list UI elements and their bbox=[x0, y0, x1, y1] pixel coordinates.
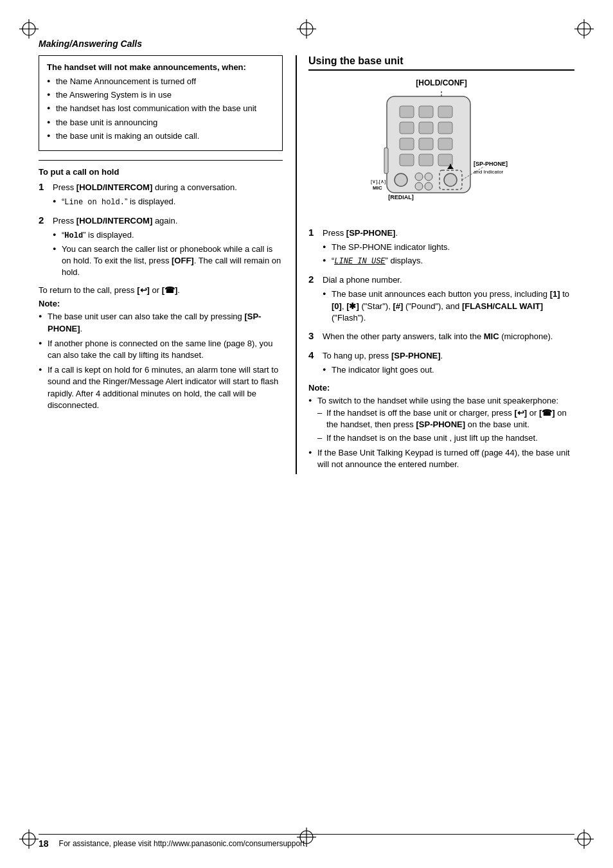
svg-text:[∨],[∧]: [∨],[∧] bbox=[371, 179, 386, 184]
base-step-1-num: 1 bbox=[308, 227, 323, 238]
base-step-4-text: To hang up, press [SP-PHONE]. bbox=[323, 350, 574, 362]
hold-note-label: Note: bbox=[39, 299, 283, 308]
announcement-item-4: the base unit is announcing bbox=[47, 117, 274, 128]
hold-step-2: 2 Press [HOLD/INTERCOM] again. “Hold” is… bbox=[39, 215, 283, 281]
left-column: The handset will not make announcements,… bbox=[39, 55, 283, 474]
hold-note-2: If another phone is connected on the sam… bbox=[39, 338, 283, 361]
svg-point-35 bbox=[444, 173, 457, 186]
announcement-item-1: the Name Announcement is turned off bbox=[47, 76, 274, 87]
announcement-item-3: the handset has lost communication with … bbox=[47, 103, 274, 114]
hold-step-1-content: Press [HOLD/INTERCOM] during a conversat… bbox=[53, 182, 283, 210]
hold-section-title: To put a call on hold bbox=[39, 167, 283, 177]
base-step-4: 4 To hang up, press [SP-PHONE]. The indi… bbox=[308, 350, 574, 378]
hold-step-2-content: Press [HOLD/INTERCOM] again. “Hold” is d… bbox=[53, 215, 283, 281]
base-step-3-text: When the other party answers, talk into … bbox=[323, 331, 574, 342]
page-number: 18 bbox=[39, 838, 49, 849]
hold-step-1: 1 Press [HOLD/INTERCOM] during a convers… bbox=[39, 182, 283, 210]
base-step-4-sub-1: The indicator light goes out. bbox=[332, 364, 574, 376]
svg-text:MIC: MIC bbox=[373, 185, 382, 191]
svg-rect-27 bbox=[419, 154, 433, 166]
hold-notes: The base unit user can also take the cal… bbox=[39, 311, 283, 411]
svg-rect-39 bbox=[384, 148, 388, 173]
divider-1 bbox=[39, 160, 283, 161]
base-note-1-dash-2: If the handset is on the base unit , jus… bbox=[317, 432, 574, 444]
base-step-2-text: Dial a phone number. bbox=[323, 274, 574, 286]
svg-rect-18 bbox=[419, 106, 433, 118]
to-return-text: To return to the call, press [↩] or [☎]. bbox=[39, 285, 283, 295]
base-note-2: If the Base Unit Talking Keypad is turne… bbox=[308, 447, 574, 470]
hold-step-1-text: Press [HOLD/INTERCOM] during a conversat… bbox=[53, 182, 283, 193]
base-step-3-content: When the other party answers, talk into … bbox=[323, 331, 574, 345]
base-step-4-subs: The indicator light goes out. bbox=[323, 364, 574, 376]
base-note-1: To switch to the handset while using the… bbox=[308, 395, 574, 444]
base-step-4-num: 4 bbox=[308, 350, 323, 360]
hold-note-3: If a call is kept on hold for 6 minutes,… bbox=[39, 364, 283, 411]
announcement-box: The handset will not make announcements,… bbox=[39, 55, 283, 151]
svg-rect-26 bbox=[400, 154, 414, 166]
svg-point-30 bbox=[415, 173, 423, 181]
svg-text:[REDIAL]: [REDIAL] bbox=[388, 194, 414, 200]
announcement-list: the Name Announcement is turned off the … bbox=[47, 76, 274, 142]
svg-rect-24 bbox=[419, 138, 433, 150]
footer-text: For assistance, please visit http://www.… bbox=[59, 839, 305, 848]
base-step-1-content: Press [SP-PHONE]. The SP-PHONE indicator… bbox=[323, 227, 574, 269]
svg-rect-25 bbox=[438, 138, 452, 150]
hold-note-1: The base unit user can also take the cal… bbox=[39, 311, 283, 334]
svg-rect-19 bbox=[438, 106, 452, 118]
svg-rect-22 bbox=[438, 122, 452, 134]
base-note-1-dash-1: If the handset is off the base unit or c… bbox=[317, 407, 574, 430]
hold-step-1-subs: “Line on hold.” is displayed. bbox=[53, 196, 283, 208]
base-step-2-subs: The base unit announces each button you … bbox=[323, 288, 574, 324]
base-step-1-sub-1: The SP-PHONE indicator lights. bbox=[332, 242, 574, 253]
hold-step-2-num: 2 bbox=[39, 215, 53, 226]
hold-step-2-text: Press [HOLD/INTERCOM] again. bbox=[53, 215, 283, 227]
base-step-1-sub-2: “LINE IN USE” displays. bbox=[332, 255, 574, 267]
section-title: Making/Answering Calls bbox=[39, 39, 574, 49]
right-column: Using the base unit [HOLD/CONF] bbox=[296, 55, 574, 474]
base-step-2: 2 Dial a phone number. The base unit ann… bbox=[308, 274, 574, 326]
announcement-item-5: the base unit is making an outside call. bbox=[47, 130, 274, 142]
base-step-2-num: 2 bbox=[308, 274, 323, 285]
svg-point-32 bbox=[415, 182, 423, 190]
base-unit-title: Using the base unit bbox=[308, 55, 574, 71]
hold-step-1-num: 1 bbox=[39, 181, 53, 192]
svg-text:and Indicator: and Indicator bbox=[474, 169, 504, 175]
base-step-1-text: Press [SP-PHONE]. bbox=[323, 227, 574, 239]
base-note-label: Note: bbox=[308, 383, 574, 393]
base-step-2-content: Dial a phone number. The base unit annou… bbox=[323, 274, 574, 326]
base-step-2-sub-1: The base unit announces each button you … bbox=[332, 288, 574, 324]
base-step-3-num: 3 bbox=[308, 330, 323, 341]
announcement-item-2: the Answering System is in use bbox=[47, 89, 274, 101]
svg-rect-21 bbox=[419, 122, 433, 134]
svg-rect-20 bbox=[400, 122, 414, 134]
hold-step-1-sub-1: “Line on hold.” is displayed. bbox=[62, 196, 283, 208]
hold-step-2-sub-1: “Hold” is displayed. bbox=[62, 229, 283, 242]
phone-diagram: [HOLD/CONF] bbox=[308, 78, 574, 218]
hold-conf-label: [HOLD/CONF] bbox=[416, 78, 466, 87]
svg-point-31 bbox=[425, 173, 432, 181]
svg-rect-17 bbox=[400, 106, 414, 118]
hold-step-2-sub-2: You can search the caller list or phoneb… bbox=[62, 244, 283, 279]
svg-rect-23 bbox=[400, 138, 414, 150]
base-step-3: 3 When the other party answers, talk int… bbox=[308, 331, 574, 345]
svg-point-29 bbox=[395, 173, 407, 186]
svg-point-33 bbox=[425, 182, 432, 190]
hold-step-2-subs: “Hold” is displayed. You can search the … bbox=[53, 229, 283, 278]
svg-text:[SP-PHONE]: [SP-PHONE] bbox=[474, 161, 508, 167]
bottom-center-mark bbox=[297, 828, 316, 849]
base-step-1-subs: The SP-PHONE indicator lights. “LINE IN … bbox=[323, 242, 574, 267]
phone-svg: [REDIAL] [SP-PHONE] and Indicator VOLUME… bbox=[368, 90, 515, 218]
base-notes: To switch to the handset while using the… bbox=[308, 395, 574, 470]
base-step-1: 1 Press [SP-PHONE]. The SP-PHONE indicat… bbox=[308, 227, 574, 269]
announcement-box-title: The handset will not make announcements,… bbox=[47, 62, 274, 72]
base-step-4-content: To hang up, press [SP-PHONE]. The indica… bbox=[323, 350, 574, 378]
